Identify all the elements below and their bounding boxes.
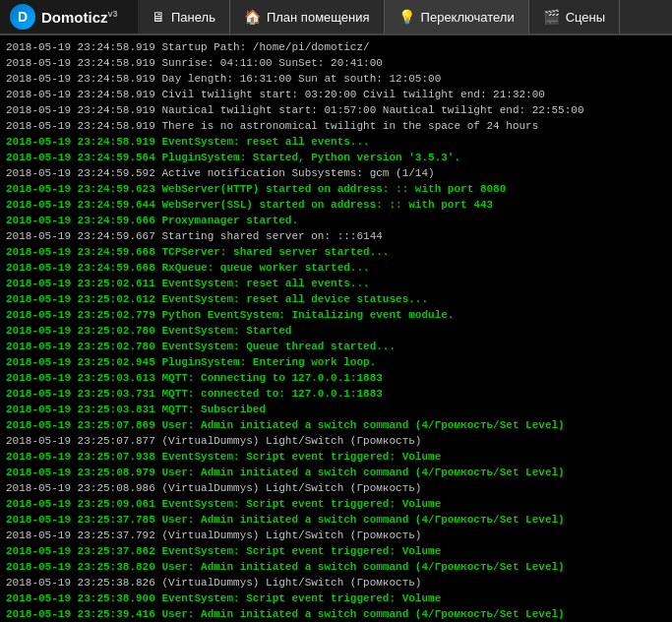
log-line: 2018-05-19 23:24:59.644 WebServer(SSL) s… [6,197,666,213]
log-line: 2018-05-19 23:24:58.919 Nautical twiligh… [6,102,666,118]
log-line: 2018-05-19 23:25:38.826 (VirtualDummys) … [6,575,666,591]
log-line: 2018-05-19 23:24:59.623 WebServer(HTTP) … [6,181,666,197]
panel-icon: 🖥 [152,9,165,25]
log-container: 2018-05-19 23:24:58.919 Startup Path: /h… [0,35,672,622]
log-line: 2018-05-19 23:24:59.666 Proxymanager sta… [6,213,666,228]
log-line: 2018-05-19 23:24:58.919 Civil twilight s… [6,87,666,102]
log-line: 2018-05-19 23:25:39.416 User: Admin init… [6,606,666,622]
log-line: 2018-05-19 23:25:02.945 PluginSystem: En… [6,354,666,370]
log-line: 2018-05-19 23:25:02.611 EventSystem: res… [6,276,666,291]
log-line: 2018-05-19 23:25:09.061 EventSystem: Scr… [6,496,666,512]
log-line: 2018-05-19 23:24:59.668 TCPServer: share… [6,244,666,260]
log-line: 2018-05-19 23:25:02.780 EventSystem: Que… [6,339,666,354]
nav-items: 🖥 Панель 🏠 План помещения 💡 Переключател… [138,0,672,33]
log-line: 2018-05-19 23:25:37.785 User: Admin init… [6,512,666,528]
log-line: 2018-05-19 23:24:58.919 Day length: 16:3… [6,71,666,87]
log-line: 2018-05-19 23:25:08.979 User: Admin init… [6,465,666,480]
log-line: 2018-05-19 23:25:07.938 EventSystem: Scr… [6,449,666,465]
log-line: 2018-05-19 23:25:37.862 EventSystem: Scr… [6,543,666,559]
logo-area: D Domoticzv3 [0,0,138,33]
scenes-icon: 🎬 [543,9,560,25]
log-line: 2018-05-19 23:25:37.792 (VirtualDummys) … [6,528,666,543]
log-line: 2018-05-19 23:25:07.877 (VirtualDummys) … [6,433,666,449]
log-line: 2018-05-19 23:25:02.779 Python EventSyst… [6,307,666,323]
nav-scenes[interactable]: 🎬 Сцены [529,0,620,33]
nav-panel-label: Панель [171,10,215,25]
log-line: 2018-05-19 23:25:08.986 (VirtualDummys) … [6,480,666,496]
log-line: 2018-05-19 23:24:58.919 EventSystem: res… [6,134,666,150]
log-line: 2018-05-19 23:24:58.919 Sunrise: 04:11:0… [6,55,666,71]
log-line: 2018-05-19 23:25:03.831 MQTT: Subscribed [6,402,666,417]
floorplan-icon: 🏠 [244,9,261,25]
logo-icon: D [10,4,35,30]
log-line: 2018-05-19 23:25:07.869 User: Admin init… [6,417,666,433]
nav-switches-label: Переключатели [421,10,515,25]
log-line: 2018-05-19 23:24:58.919 There is no astr… [6,118,666,134]
log-line: 2018-05-19 23:25:38.820 User: Admin init… [6,559,666,575]
log-line: 2018-05-19 23:25:03.731 MQTT: connected … [6,386,666,402]
nav-panel[interactable]: 🖥 Панель [138,0,230,33]
log-line: 2018-05-19 23:25:02.612 EventSystem: res… [6,291,666,307]
log-line: 2018-05-19 23:24:58.919 Startup Path: /h… [6,39,666,55]
nav-floorplan-label: План помещения [267,10,370,25]
log-line: 2018-05-19 23:24:59.667 Starting shared … [6,228,666,244]
nav-floorplan[interactable]: 🏠 План помещения [230,0,385,33]
switches-icon: 💡 [398,9,415,25]
log-line: 2018-05-19 23:24:59.668 RxQueue: queue w… [6,260,666,276]
navbar: D Domoticzv3 🖥 Панель 🏠 План помещения 💡… [0,0,672,35]
app-version: v3 [108,9,118,19]
log-line: 2018-05-19 23:24:59.564 PluginSystem: St… [6,150,666,165]
nav-scenes-label: Сцены [566,10,605,25]
log-line: 2018-05-19 23:24:59.592 Active notificat… [6,165,666,181]
log-line: 2018-05-19 23:25:02.780 EventSystem: Sta… [6,323,666,339]
nav-switches[interactable]: 💡 Переключатели [385,0,529,33]
log-line: 2018-05-19 23:25:38.900 EventSystem: Scr… [6,591,666,606]
log-line: 2018-05-19 23:25:03.613 MQTT: Connecting… [6,370,666,386]
app-name: Domoticzv3 [41,9,118,26]
